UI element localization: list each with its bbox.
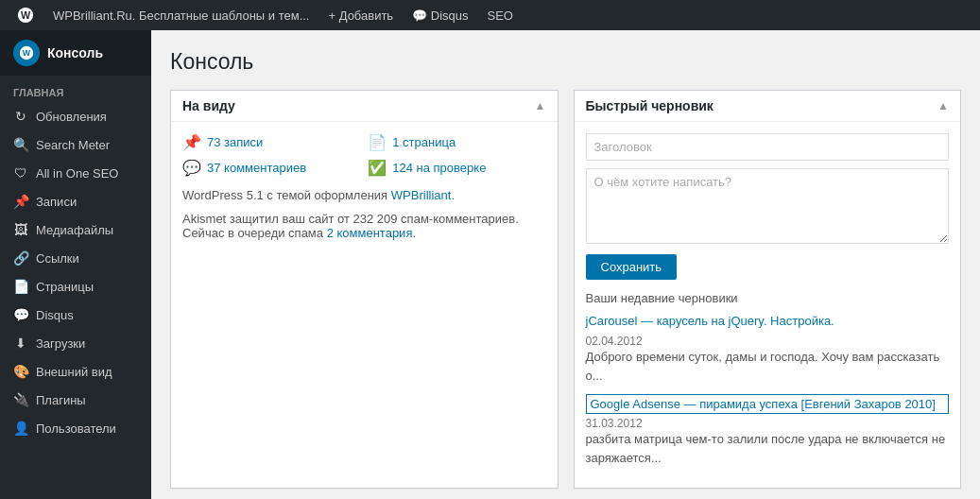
- svg-text:W: W: [21, 9, 31, 21]
- quick-draft-title: Быстрый черновик: [586, 98, 714, 113]
- wp-icon: W: [13, 40, 40, 66]
- plugins-icon: 🔌: [13, 392, 28, 407]
- seo-link[interactable]: SEO: [478, 0, 523, 30]
- sidebar-item-label: Disqus: [36, 308, 74, 322]
- draft-1-excerpt: Доброго времени суток, дамы и господа. Х…: [586, 348, 950, 385]
- posts-count-link[interactable]: 73 записи: [207, 135, 263, 149]
- draft-2-date: 31.03.2012: [586, 417, 643, 430]
- wp-theme-link[interactable]: WPBrilliant: [391, 188, 452, 202]
- downloads-icon: ⬇: [13, 336, 28, 351]
- pending-count-link[interactable]: 124 на проверке: [392, 161, 486, 175]
- sidebar-item-search-meter[interactable]: 🔍 Search Meter: [0, 130, 151, 159]
- add-new[interactable]: + Добавить: [318, 0, 403, 30]
- na-vidu-collapse[interactable]: ▲: [535, 99, 546, 112]
- sidebar-item-plugins[interactable]: 🔌 Плагины: [0, 386, 151, 414]
- draft-item-1: jCarousel — карусель на jQuery. Настройк…: [586, 313, 950, 385]
- draft-title-input[interactable]: [586, 133, 950, 161]
- site-name[interactable]: WPBrilliant.Ru. Бесплатные шаблоны и тем…: [43, 0, 318, 30]
- stat-pending: ✅ 124 на проверке: [368, 159, 545, 177]
- appearance-icon: 🎨: [13, 364, 28, 379]
- users-icon: 👤: [13, 421, 28, 436]
- links-icon: 🔗: [13, 250, 28, 266]
- stat-posts: 📌 73 записи: [182, 133, 360, 151]
- media-icon: 🖼: [13, 222, 28, 237]
- posts-stat-icon: 📌: [182, 133, 201, 151]
- sidebar-item-media[interactable]: 🖼 Медиафайлы: [0, 215, 151, 244]
- sidebar-item-label: Пользователи: [36, 422, 116, 436]
- sidebar-item-label: Ссылки: [36, 251, 79, 266]
- sidebar-item-all-in-one-seo[interactable]: 🛡 All in One SEO: [0, 159, 151, 187]
- search-meter-icon: 🔍: [13, 137, 28, 152]
- stat-pages: 📄 1 страница: [368, 133, 545, 151]
- recent-drafts-title: Ваши недавние черновики: [586, 291, 950, 305]
- admin-bar: W WPBrilliant.Ru. Бесплатные шаблоны и т…: [0, 0, 980, 30]
- dashboard-grid: На виду ▲ 📌 73 записи 📄 1 страница: [170, 90, 961, 499]
- quick-draft-widget: Быстрый черновик ▲ Сохранить Ваши недавн…: [574, 90, 962, 489]
- layout: W Консоль Главная ↻ Обновления 🔍 Search …: [0, 30, 980, 499]
- quick-draft-body: Сохранить Ваши недавние черновики jCarou…: [575, 122, 961, 488]
- posts-icon: 📌: [13, 194, 28, 209]
- disqus-icon: 💬: [13, 307, 28, 322]
- stat-comments: 💬 37 комментариев: [182, 159, 360, 177]
- sidebar-item-obnovleniya[interactable]: ↻ Обновления: [0, 102, 151, 130]
- sidebar-item-disqus[interactable]: 💬 Disqus: [0, 301, 151, 329]
- sidebar-item-appearance[interactable]: 🎨 Внешний вид: [0, 357, 151, 386]
- sidebar-item-label: Search Meter: [36, 138, 110, 152]
- sidebar-item-downloads[interactable]: ⬇ Загрузки: [0, 329, 151, 357]
- wp-version-text: WordPress 5.1 с темой оформления WPBrill…: [182, 188, 546, 202]
- na-vidu-header: На виду ▲: [171, 91, 558, 122]
- sidebar-item-pages[interactable]: 📄 Страницы: [0, 272, 151, 301]
- sidebar-item-users[interactable]: 👤 Пользователи: [0, 414, 151, 442]
- sidebar-item-label: Медиафайлы: [36, 223, 113, 237]
- seo-icon: 🛡: [13, 165, 28, 181]
- sidebar-item-label: Страницы: [36, 280, 94, 294]
- disqus-link[interactable]: 💬 Disqus: [403, 0, 477, 30]
- sidebar-item-label: Загрузки: [36, 336, 85, 351]
- pages-icon: 📄: [13, 279, 28, 294]
- draft-1-date: 02.04.2012: [586, 335, 643, 348]
- save-draft-button[interactable]: Сохранить: [586, 254, 678, 280]
- quick-draft-collapse[interactable]: ▲: [937, 99, 949, 112]
- na-vidu-widget: На виду ▲ 📌 73 записи 📄 1 страница: [170, 90, 559, 489]
- pending-stat-icon: ✅: [368, 159, 387, 177]
- stats-grid: 📌 73 записи 📄 1 страница 💬 37 комментари…: [182, 133, 546, 177]
- comments-count-link[interactable]: 37 комментариев: [207, 161, 306, 175]
- sidebar-item-zapiski[interactable]: 📌 Записи: [0, 187, 151, 215]
- sidebar-item-label: Записи: [36, 195, 77, 209]
- akismet-text: Akismet защитил ваш сайт от 232 209 спам…: [182, 212, 546, 240]
- pages-count-link[interactable]: 1 страница: [392, 135, 456, 149]
- akismet-spam-link[interactable]: 2 комментария: [327, 226, 413, 240]
- na-vidu-title: На виду: [182, 98, 235, 113]
- main-content: Консоль На виду ▲ 📌 73 записи 📄: [151, 30, 980, 499]
- sidebar-item-links[interactable]: 🔗 Ссылки: [0, 244, 151, 272]
- draft-body-textarea[interactable]: [586, 168, 950, 244]
- quick-draft-header: Быстрый черновик ▲: [575, 91, 961, 122]
- draft-item-2: Google Adsense — пирамида успеха [Евгени…: [586, 394, 950, 467]
- draft-1-link[interactable]: jCarousel — карусель на jQuery. Настройк…: [586, 313, 950, 330]
- pages-stat-icon: 📄: [368, 133, 387, 151]
- draft-2-link[interactable]: Google Adsense — пирамида успеха [Евгени…: [586, 394, 950, 414]
- sidebar-item-label: Внешний вид: [36, 365, 112, 379]
- sidebar-header[interactable]: W Консоль: [0, 30, 151, 76]
- wp-logo[interactable]: W: [8, 0, 43, 30]
- draft-2-excerpt: разбита матрица чем-то залили после удар…: [586, 430, 950, 467]
- page-title: Консоль: [170, 49, 961, 75]
- na-vidu-body: 📌 73 записи 📄 1 страница 💬 37 комментари…: [171, 122, 558, 251]
- sidebar-main-label: Главная: [0, 76, 151, 102]
- sidebar-item-label: All in One SEO: [36, 166, 118, 181]
- comments-stat-icon: 💬: [182, 159, 201, 177]
- updates-icon: ↻: [13, 109, 28, 124]
- sidebar-header-label: Консоль: [47, 45, 103, 60]
- sidebar-item-label: Плагины: [36, 393, 86, 407]
- sidebar: W Консоль Главная ↻ Обновления 🔍 Search …: [0, 30, 151, 499]
- svg-text:W: W: [23, 48, 31, 58]
- sidebar-item-label: Обновления: [36, 110, 107, 124]
